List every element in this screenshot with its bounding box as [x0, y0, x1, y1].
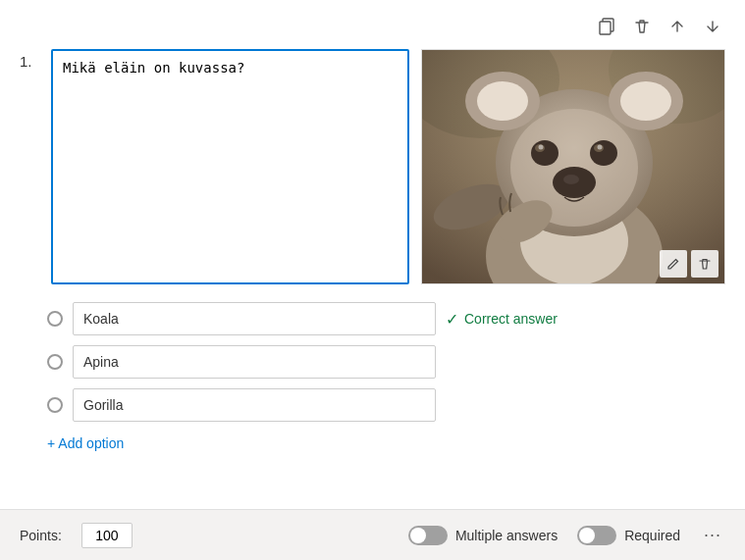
answer-input-1[interactable] — [73, 302, 436, 335]
main-content: 1. Mikä eläin on kuvassa? — [0, 0, 745, 509]
points-label: Points: — [20, 528, 62, 543]
required-toggle[interactable] — [577, 526, 616, 545]
correct-answer-label: Correct answer — [464, 311, 558, 327]
svg-point-15 — [531, 140, 559, 166]
add-option-button[interactable]: + Add option — [47, 432, 124, 455]
answer-row-3 — [47, 388, 725, 422]
required-toggle-group: Required — [577, 526, 680, 545]
checkmark-icon: ✓ — [446, 310, 458, 329]
required-label: Required — [624, 528, 680, 543]
answer-radio-3[interactable] — [47, 397, 63, 413]
svg-point-11 — [477, 81, 528, 121]
svg-point-13 — [620, 81, 671, 121]
image-edit-button[interactable] — [660, 250, 687, 278]
question-image-container — [421, 49, 725, 284]
answer-input-3[interactable] — [73, 388, 436, 422]
more-icon: ··· — [704, 525, 721, 544]
add-option-row: + Add option — [20, 432, 725, 455]
delete-button[interactable] — [629, 16, 655, 41]
answers-section: ✓ Correct answer — [20, 302, 725, 422]
more-options-button[interactable]: ··· — [700, 525, 725, 545]
multiple-answers-label: Multiple answers — [455, 528, 558, 543]
toolbar — [20, 16, 725, 41]
svg-point-20 — [598, 145, 603, 150]
question-text-input[interactable]: Mikä eläin on kuvassa? — [51, 49, 409, 284]
svg-rect-1 — [600, 22, 611, 34]
points-input[interactable] — [81, 523, 133, 548]
answer-input-2[interactable] — [73, 345, 436, 379]
image-delete-button[interactable] — [691, 250, 718, 278]
required-toggle-knob — [579, 528, 595, 543]
correct-answer-indicator: ✓ Correct answer — [446, 310, 558, 329]
svg-point-19 — [539, 145, 544, 150]
footer-bar: Points: Multiple answers Required ··· — [0, 509, 745, 560]
answer-radio-2[interactable] — [47, 354, 63, 370]
question-number: 1. — [20, 49, 39, 284]
toggle-knob — [410, 528, 426, 543]
add-option-label: + Add option — [47, 435, 124, 451]
copy-button[interactable] — [594, 16, 619, 41]
multiple-answers-toggle[interactable] — [408, 526, 448, 545]
multiple-answers-toggle-group: Multiple answers — [408, 526, 558, 545]
answer-row-2 — [47, 345, 725, 379]
move-down-button[interactable] — [700, 16, 725, 41]
question-row: 1. Mikä eläin on kuvassa? — [20, 49, 725, 284]
image-overlay-buttons — [660, 250, 718, 278]
answer-radio-1[interactable] — [47, 311, 63, 327]
svg-point-16 — [590, 140, 617, 166]
move-up-button[interactable] — [665, 16, 690, 41]
svg-point-22 — [563, 175, 579, 184]
answer-row-1: ✓ Correct answer — [47, 302, 725, 335]
